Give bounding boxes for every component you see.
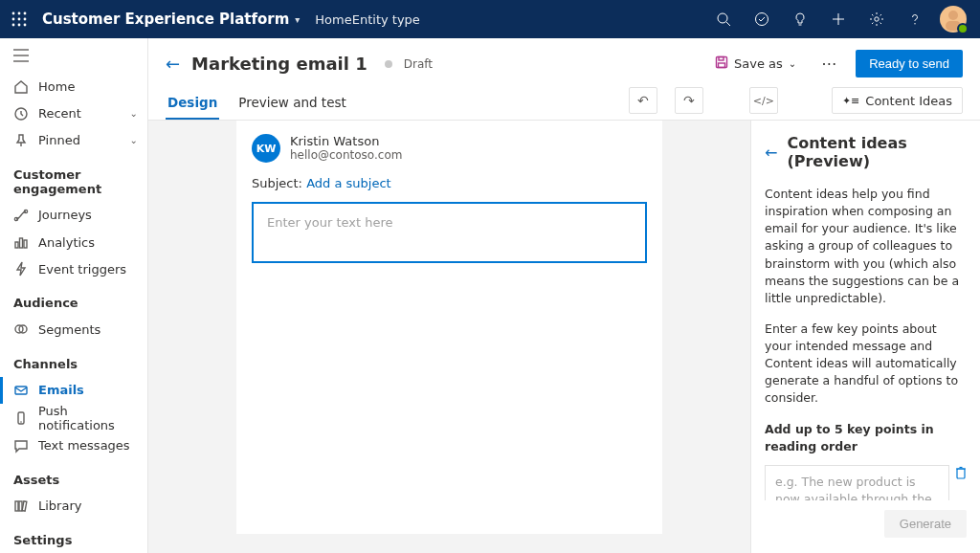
sidebar-item-recent[interactable]: Recent ⌄ bbox=[0, 100, 147, 127]
sidebar-item-segments[interactable]: Segments bbox=[0, 316, 147, 343]
plus-icon bbox=[831, 11, 846, 27]
pane-back-button[interactable]: ← bbox=[765, 144, 777, 162]
task-button[interactable] bbox=[743, 0, 781, 38]
sidebar-heading-settings[interactable]: Settings bbox=[0, 520, 147, 553]
sidebar-item-journeys[interactable]: Journeys bbox=[0, 202, 147, 229]
sidebar-item-library[interactable]: Library bbox=[0, 493, 147, 520]
add-button[interactable] bbox=[819, 0, 858, 38]
html-view-button[interactable]: </> bbox=[749, 87, 778, 114]
ready-to-send-button[interactable]: Ready to send bbox=[856, 50, 963, 77]
content-ideas-label: Content Ideas bbox=[865, 94, 952, 108]
sparkle-icon: ✦≡ bbox=[842, 95, 859, 107]
svg-rect-34 bbox=[22, 501, 27, 511]
clock-icon bbox=[13, 106, 29, 122]
keypoints-heading: Add up to 5 key points in reading order bbox=[765, 421, 967, 455]
main-area: ← Marketing email 1 Draft Save as ⌄ ⋯ Re… bbox=[148, 38, 980, 553]
svg-rect-37 bbox=[718, 63, 724, 68]
sidebar: Home Recent ⌄ Pinned ⌄ Customer engageme… bbox=[0, 38, 148, 553]
editor-tabs: Design Preview and test ↶ ↷ </> ✦≡ Conte… bbox=[166, 87, 963, 120]
pin-icon bbox=[13, 133, 29, 148]
svg-point-9 bbox=[718, 13, 727, 23]
sidebar-item-emails[interactable]: Emails bbox=[0, 377, 147, 404]
pane-description-1: Content ideas help you find inspiration … bbox=[765, 186, 967, 307]
svg-rect-32 bbox=[15, 501, 18, 511]
svg-point-3 bbox=[12, 18, 15, 21]
email-canvas[interactable]: KW Kristin Watson hello@contoso.com Subj… bbox=[236, 121, 662, 534]
page-title: Marketing email 1 bbox=[191, 54, 368, 74]
sidebar-item-label: Text messages bbox=[38, 438, 138, 453]
journeys-icon bbox=[13, 208, 29, 223]
back-button[interactable]: ← bbox=[166, 54, 180, 74]
sidebar-item-label: Recent bbox=[38, 106, 121, 121]
content-ideas-toggle[interactable]: ✦≡ Content Ideas bbox=[832, 87, 963, 114]
chevron-down-icon: ⌄ bbox=[789, 58, 796, 69]
user-avatar[interactable] bbox=[940, 6, 967, 33]
svg-point-16 bbox=[914, 23, 915, 24]
svg-rect-24 bbox=[15, 242, 18, 248]
help-button[interactable] bbox=[896, 0, 934, 38]
tab-preview[interactable]: Preview and test bbox=[236, 87, 347, 120]
save-as-label: Save as bbox=[734, 56, 783, 71]
sender-name: Kristin Watson bbox=[290, 134, 402, 148]
sidebar-item-push[interactable]: Push notifications bbox=[0, 404, 147, 432]
svg-point-4 bbox=[18, 18, 21, 21]
sidebar-item-analytics[interactable]: Analytics bbox=[0, 229, 147, 255]
redo-button[interactable]: ↷ bbox=[675, 87, 703, 114]
subject-label: Subject: bbox=[252, 176, 302, 190]
svg-rect-36 bbox=[719, 57, 724, 61]
save-icon bbox=[715, 55, 728, 72]
svg-rect-33 bbox=[19, 501, 22, 511]
svg-rect-38 bbox=[957, 469, 965, 478]
sms-icon bbox=[13, 438, 29, 453]
svg-line-10 bbox=[726, 22, 730, 26]
sender-block: KW Kristin Watson hello@contoso.com bbox=[236, 121, 662, 172]
segments-icon bbox=[13, 321, 29, 337]
sidebar-item-label: Pinned bbox=[38, 133, 121, 147]
question-icon bbox=[907, 11, 923, 27]
sidebar-item-pinned[interactable]: Pinned ⌄ bbox=[0, 127, 147, 154]
sidebar-item-label: Journeys bbox=[38, 208, 138, 222]
more-actions-button[interactable]: ⋯ bbox=[813, 51, 844, 77]
subject-input-link[interactable]: Add a subject bbox=[306, 176, 391, 190]
sidebar-toggle[interactable] bbox=[0, 38, 147, 73]
svg-point-6 bbox=[12, 24, 15, 27]
generate-button[interactable]: Generate bbox=[884, 510, 967, 538]
subject-row: Subject: Add a subject bbox=[236, 172, 662, 202]
search-button[interactable] bbox=[704, 0, 743, 38]
check-circle-icon bbox=[754, 11, 769, 27]
status-dot-icon bbox=[385, 60, 392, 68]
sidebar-item-label: Analytics bbox=[38, 235, 138, 250]
breadcrumb[interactable]: HomeEntity type bbox=[315, 12, 420, 27]
trash-icon bbox=[955, 466, 967, 479]
pane-title: Content ideas (Preview) bbox=[787, 134, 967, 170]
sidebar-item-label: Emails bbox=[38, 383, 138, 397]
tab-design[interactable]: Design bbox=[166, 87, 219, 120]
undo-button[interactable]: ↶ bbox=[629, 87, 657, 114]
sidebar-item-triggers[interactable]: Event triggers bbox=[0, 255, 147, 282]
svg-point-1 bbox=[18, 12, 21, 15]
email-canvas-area: KW Kristin Watson hello@contoso.com Subj… bbox=[148, 121, 750, 553]
sidebar-item-sms[interactable]: Text messages bbox=[0, 432, 147, 459]
chevron-down-icon: ⌄ bbox=[130, 135, 138, 145]
email-body-input[interactable]: Enter your text here bbox=[252, 202, 647, 263]
hamburger-icon bbox=[13, 49, 29, 62]
top-navbar: Customer Experience Platform ▾ HomeEntit… bbox=[0, 0, 980, 38]
code-icon: </> bbox=[753, 95, 774, 107]
app-title-dropdown[interactable]: Customer Experience Platform ▾ bbox=[38, 11, 305, 28]
sidebar-heading-engagement: Customer engagement bbox=[0, 154, 147, 202]
ideas-button[interactable] bbox=[781, 0, 819, 38]
delete-keypoint-button[interactable] bbox=[955, 465, 967, 484]
svg-point-0 bbox=[12, 12, 15, 15]
content-ideas-pane: ← Content ideas (Preview) Content ideas … bbox=[750, 121, 980, 553]
sidebar-item-home[interactable]: Home bbox=[0, 73, 147, 100]
app-title-text: Customer Experience Platform bbox=[42, 11, 289, 28]
sidebar-item-label: Home bbox=[38, 79, 138, 94]
save-as-button[interactable]: Save as ⌄ bbox=[709, 52, 802, 76]
chevron-down-icon: ⌄ bbox=[130, 108, 138, 119]
settings-button[interactable] bbox=[858, 0, 896, 38]
sidebar-item-label: Segments bbox=[38, 322, 138, 337]
app-launcher[interactable] bbox=[0, 0, 38, 38]
search-icon bbox=[716, 11, 731, 27]
svg-point-5 bbox=[24, 18, 27, 21]
keypoint-input[interactable]: e.g. The new product is now available th… bbox=[765, 465, 949, 500]
